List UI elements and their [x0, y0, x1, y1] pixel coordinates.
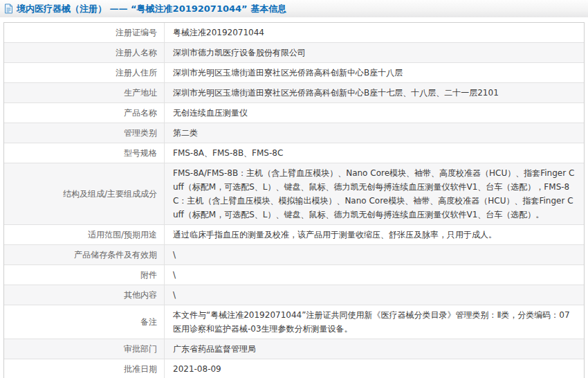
row-value: 无创连续血压测量仪: [165, 103, 584, 123]
table-row: 批准日期2021-08-09: [4, 359, 584, 378]
table-row: 审批部门广东省药品监督管理局: [4, 339, 584, 359]
row-label-text: 批准日期: [124, 363, 157, 375]
row-label-text: 产品名称: [124, 107, 157, 119]
table-row: 注册证编号粤械注准20192071044: [4, 23, 584, 43]
row-label: 产品储存条件及有效期: [4, 245, 165, 264]
row-label-text: 备注: [140, 316, 157, 328]
row-value: 广东省药品监督管理局: [165, 339, 584, 359]
row-value: \: [165, 285, 584, 305]
row-value: 第二类: [165, 123, 584, 143]
row-label: 管理类别: [4, 123, 165, 143]
row-label-text: 生产地址: [124, 87, 157, 99]
row-label: 适用范围/预期用途: [4, 225, 165, 244]
row-label: 注册人名称: [4, 43, 165, 62]
row-label-text: 注册人名称: [116, 46, 157, 59]
page-header: 境内医疗器械（注册） —— “粤械注准20192071044” 基本信息: [0, 0, 588, 17]
table-row: 结构及组成/主要组成成分FMS-8A/FMS-8B：主机（含上臂血压模块）、Na…: [4, 163, 584, 225]
row-value: 粤械注准20192071044: [165, 23, 584, 42]
row-value: 深圳市光明区玉塘街道田寮社区光侨路高科创新中心B座十八层: [165, 63, 584, 82]
row-value: 本文件与“粤械注准20192071044”注册证共同使用新《医疗器械分类目录》管…: [165, 305, 584, 339]
row-label: 批准日期: [4, 359, 165, 378]
row-value: 2021-08-09: [165, 359, 584, 378]
row-label-text: 注册人住所: [116, 66, 157, 79]
table-row: 管理类别第二类: [4, 123, 584, 143]
row-value: \: [165, 265, 584, 285]
table-row: 产品储存条件及有效期\: [4, 245, 584, 265]
row-label-text: 产品储存条件及有效期: [74, 249, 157, 261]
row-label: 审批部门: [4, 339, 165, 359]
row-label: 其他内容: [4, 285, 165, 305]
table-row: 注册人住所深圳市光明区玉塘街道田寮社区光侨路高科创新中心B座十八层: [4, 63, 584, 83]
row-value: 深圳市德力凯医疗设备股份有限公司: [165, 43, 584, 62]
row-label-text: 管理类别: [124, 127, 157, 139]
row-label: 备注: [4, 305, 165, 339]
row-value: 通过临床手指血压的测量及校准，该产品用于测量收缩压、舒张压及脉率，只用于成人。: [165, 225, 584, 244]
row-label: 附件: [4, 265, 165, 285]
row-label-text: 附件: [140, 269, 157, 281]
row-label: 注册人住所: [4, 63, 165, 82]
table-row: 附件\: [4, 265, 584, 285]
table-row: 适用范围/预期用途通过临床手指血压的测量及校准，该产品用于测量收缩压、舒张压及脉…: [4, 225, 584, 245]
row-label: 注册证编号: [4, 23, 165, 42]
row-value: 深圳市光明区玉塘街道田寮社区光侨路高科创新中心B座十七层、十八层、二十一层210…: [165, 83, 584, 102]
table-row: 生产地址深圳市光明区玉塘街道田寮社区光侨路高科创新中心B座十七层、十八层、二十一…: [4, 83, 584, 103]
document-icon: [4, 3, 13, 14]
row-value: FMS-8A/FMS-8B：主机（含上臂血压模块）、Nano Core模块、袖带…: [165, 163, 584, 224]
row-label-text: 注册证编号: [116, 26, 157, 39]
row-label-text: 型号规格: [124, 147, 157, 159]
table-row: 型号规格FMS-8A、FMS-8B、FMS-8C: [4, 143, 584, 163]
table-row: 备注本文件与“粤械注准20192071044”注册证共同使用新《医疗器械分类目录…: [4, 305, 584, 339]
row-value: FMS-8A、FMS-8B、FMS-8C: [165, 143, 584, 163]
table-row: 注册人名称深圳市德力凯医疗设备股份有限公司: [4, 43, 584, 63]
row-label-text: 其他内容: [124, 289, 157, 301]
table-row: 其他内容\: [4, 285, 584, 305]
row-value: \: [165, 245, 584, 264]
table-row: 产品名称无创连续血压测量仪: [4, 103, 584, 123]
row-label-text: 适用范围/预期用途: [88, 228, 157, 241]
page: 境内医疗器械（注册） —— “粤械注准20192071044” 基本信息 注册证…: [0, 0, 588, 378]
row-label: 生产地址: [4, 83, 165, 102]
row-label: 结构及组成/主要组成成分: [4, 163, 165, 224]
info-table: 注册证编号粤械注准20192071044注册人名称深圳市德力凯医疗设备股份有限公…: [3, 22, 585, 378]
page-title: 境内医疗器械（注册） —— “粤械注准20192071044” 基本信息: [17, 3, 286, 15]
row-label: 产品名称: [4, 103, 165, 123]
row-label: 型号规格: [4, 143, 165, 163]
row-label-text: 审批部门: [124, 343, 157, 355]
row-label-text: 结构及组成/主要组成成分: [63, 188, 157, 200]
